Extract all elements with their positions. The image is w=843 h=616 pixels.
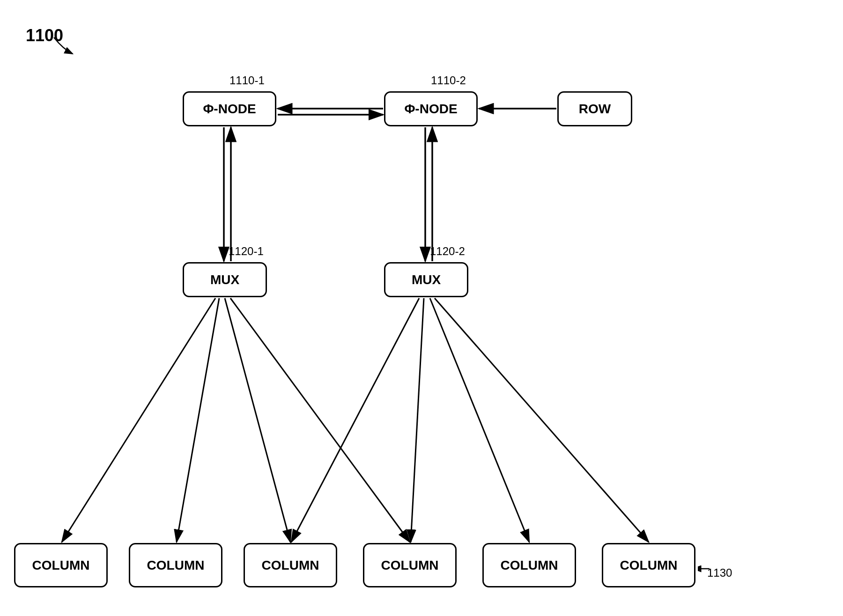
title-arrow xyxy=(26,26,82,63)
phi-node-1-ref: 1110-1 xyxy=(229,74,265,87)
mux-2: MUX xyxy=(384,262,468,297)
phi-node-1: Φ-NODE xyxy=(183,91,276,126)
column-1: COLUMN xyxy=(14,543,108,587)
svg-line-11 xyxy=(225,298,290,542)
svg-line-10 xyxy=(177,298,219,542)
mux-1: MUX xyxy=(183,262,267,297)
phi-node-2-ref: 1110-2 xyxy=(431,74,466,87)
columns-ref-arrow xyxy=(698,559,712,578)
svg-line-13 xyxy=(291,298,419,542)
row-node: ROW xyxy=(557,91,632,126)
column-6: COLUMN xyxy=(602,543,695,587)
column-5: COLUMN xyxy=(482,543,576,587)
diagram-container: 1100 Φ-NODE 1110-1 Φ-NODE 1110-2 ROW MUX… xyxy=(0,0,843,616)
svg-line-14 xyxy=(411,298,424,542)
svg-line-15 xyxy=(430,298,529,542)
column-2: COLUMN xyxy=(129,543,222,587)
column-3: COLUMN xyxy=(244,543,337,587)
mux-1-ref: 1120-1 xyxy=(229,245,264,258)
mux-2-ref: 1120-2 xyxy=(430,245,465,258)
svg-line-12 xyxy=(230,298,410,542)
svg-line-16 xyxy=(435,298,649,542)
column-4: COLUMN xyxy=(363,543,457,587)
phi-node-2: Φ-NODE xyxy=(384,91,478,126)
svg-line-9 xyxy=(62,298,215,542)
